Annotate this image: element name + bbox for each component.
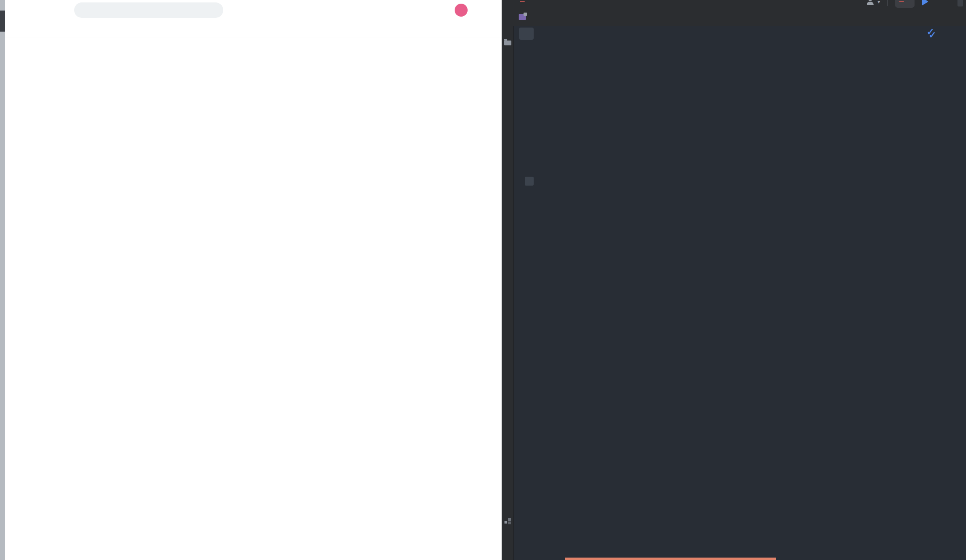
project-folder-icon[interactable] — [504, 41, 511, 45]
error-stripe[interactable] — [960, 26, 966, 560]
project-toolwindow-button[interactable] — [513, 8, 531, 26]
clipped-toolbar-icon[interactable] — [957, 0, 963, 6]
bookmarks-bar — [5, 20, 502, 38]
background-window-edge — [0, 0, 5, 560]
browser-toolbar — [5, 0, 502, 20]
gutter-mark-chevrons-icon[interactable] — [525, 177, 534, 186]
editor-tabbar — [513, 8, 966, 26]
run-configuration-selector[interactable] — [895, 0, 915, 8]
stripe-structure-button[interactable] — [502, 480, 513, 504]
ide-window: ▾ ✓✓ — [502, 0, 966, 560]
titlebar-divider — [887, 0, 888, 6]
page-content — [5, 38, 502, 560]
tool-window-stripe — [502, 8, 514, 560]
inspections-widget[interactable]: ✓✓ — [917, 28, 953, 40]
collapse-chevron-button[interactable] — [519, 28, 534, 40]
user-caret-icon: ▾ — [877, 0, 880, 5]
typo-icon: ✓✓ — [927, 28, 938, 40]
profile-avatar[interactable] — [455, 4, 468, 17]
structure-icon[interactable] — [504, 518, 511, 524]
stripe-project-button[interactable] — [502, 11, 513, 37]
user-account-icon[interactable] — [866, 0, 875, 6]
background-window-edge-dark — [0, 11, 5, 32]
php-file-badge — [520, 1, 525, 2]
project-toolwindow-icon — [519, 14, 526, 20]
breadcrumb — [512, 0, 529, 8]
stripe-bookmarks-button[interactable] — [502, 524, 513, 560]
run-config-php-badge — [899, 1, 904, 2]
url-bar[interactable] — [74, 2, 223, 18]
run-button[interactable] — [922, 0, 928, 6]
code-editor[interactable] — [513, 26, 966, 560]
browser-window — [5, 0, 502, 560]
ide-titlebar: ▾ — [502, 0, 966, 8]
bottom-highlight-bar — [565, 558, 776, 560]
titlebar-actions: ▾ — [866, 0, 963, 8]
